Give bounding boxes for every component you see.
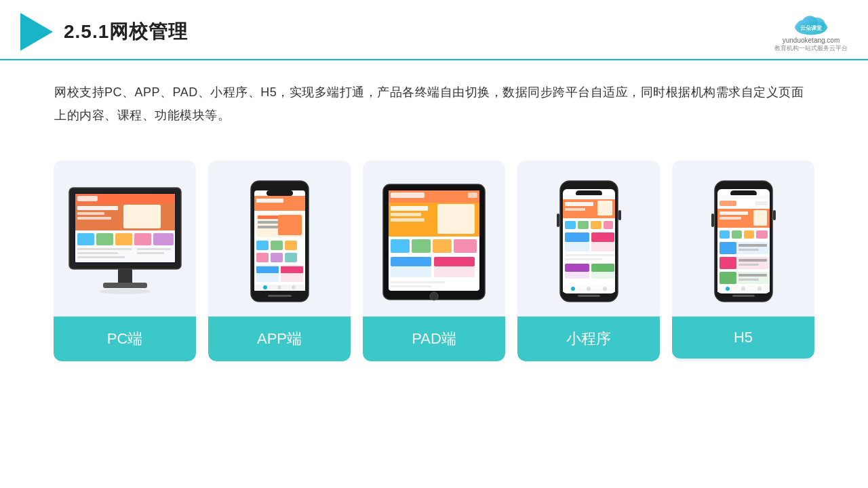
svg-rect-127 bbox=[738, 259, 767, 262]
svg-rect-32 bbox=[254, 196, 305, 211]
miniapp-card: 小程序 bbox=[517, 161, 660, 361]
svg-rect-26 bbox=[118, 269, 132, 284]
svg-rect-93 bbox=[565, 254, 614, 256]
brand-tagline: 教育机构一站式服务云平台 bbox=[774, 45, 848, 52]
svg-rect-23 bbox=[77, 256, 125, 258]
svg-rect-62 bbox=[391, 213, 421, 216]
svg-rect-128 bbox=[738, 264, 759, 266]
svg-rect-37 bbox=[258, 226, 281, 228]
header-right: 云朵课堂 yunduoketang.com 教育机构一站式服务云平台 bbox=[774, 12, 848, 52]
svg-text:云朵课堂: 云朵课堂 bbox=[800, 25, 823, 31]
svg-rect-131 bbox=[738, 274, 767, 277]
pc-label: PC端 bbox=[54, 317, 196, 361]
svg-rect-65 bbox=[391, 239, 410, 253]
svg-rect-40 bbox=[271, 241, 283, 250]
h5-image-area bbox=[672, 174, 814, 310]
svg-rect-43 bbox=[271, 253, 283, 262]
miniapp-phone-svg bbox=[557, 180, 621, 305]
svg-rect-117 bbox=[719, 230, 730, 239]
svg-rect-38 bbox=[278, 215, 302, 235]
svg-rect-119 bbox=[744, 230, 754, 239]
app-image-area bbox=[208, 174, 351, 310]
svg-rect-83 bbox=[565, 208, 585, 211]
svg-rect-25 bbox=[137, 252, 164, 254]
svg-rect-63 bbox=[391, 218, 425, 222]
svg-rect-90 bbox=[565, 232, 589, 242]
svg-rect-114 bbox=[719, 211, 748, 215]
svg-rect-42 bbox=[256, 253, 269, 262]
svg-rect-120 bbox=[756, 230, 768, 239]
svg-rect-88 bbox=[604, 221, 613, 229]
svg-rect-16 bbox=[77, 233, 94, 245]
pad-image-area bbox=[363, 174, 505, 310]
cloud-icon: 云朵课堂 bbox=[791, 12, 831, 37]
h5-phone-svg bbox=[711, 180, 776, 305]
svg-point-52 bbox=[292, 285, 296, 289]
svg-rect-17 bbox=[96, 233, 113, 245]
pc-image-area bbox=[54, 174, 196, 310]
svg-rect-76 bbox=[557, 214, 559, 227]
svg-point-136 bbox=[757, 287, 762, 291]
description-text: 网校支持PC、APP、PAD、小程序、H5，实现多端打通，产品各终端自由切换，数… bbox=[0, 60, 868, 134]
svg-point-50 bbox=[263, 285, 267, 289]
svg-rect-103 bbox=[578, 295, 600, 297]
svg-rect-109 bbox=[717, 195, 770, 199]
svg-rect-87 bbox=[591, 221, 601, 229]
svg-rect-96 bbox=[565, 264, 589, 272]
svg-rect-126 bbox=[719, 257, 736, 269]
brand-logo: 云朵课堂 yunduoketang.com 教育机构一站式服务云平台 bbox=[774, 12, 848, 52]
svg-point-102 bbox=[603, 287, 607, 291]
svg-point-101 bbox=[587, 287, 591, 291]
svg-rect-48 bbox=[281, 266, 303, 273]
svg-rect-61 bbox=[391, 206, 428, 211]
svg-rect-31 bbox=[267, 190, 293, 196]
svg-rect-47 bbox=[256, 266, 279, 273]
pad-tablet-svg bbox=[380, 181, 488, 303]
svg-rect-77 bbox=[618, 210, 621, 220]
svg-rect-85 bbox=[565, 221, 576, 229]
svg-rect-70 bbox=[391, 257, 431, 266]
svg-rect-12 bbox=[77, 206, 118, 210]
svg-rect-67 bbox=[433, 239, 452, 253]
svg-rect-122 bbox=[719, 242, 736, 254]
cards-section: PC端 bbox=[0, 140, 868, 382]
svg-rect-41 bbox=[285, 241, 297, 250]
svg-rect-27 bbox=[103, 283, 147, 288]
svg-rect-118 bbox=[732, 230, 742, 239]
svg-rect-39 bbox=[256, 241, 269, 250]
svg-rect-9 bbox=[77, 196, 98, 201]
svg-rect-13 bbox=[77, 212, 104, 215]
svg-point-56 bbox=[430, 292, 438, 300]
svg-rect-68 bbox=[454, 239, 477, 253]
svg-rect-123 bbox=[738, 244, 767, 247]
svg-rect-112 bbox=[755, 201, 768, 205]
svg-rect-105 bbox=[711, 214, 714, 227]
svg-rect-132 bbox=[738, 279, 759, 281]
svg-rect-82 bbox=[565, 202, 593, 206]
svg-rect-73 bbox=[391, 281, 445, 283]
svg-rect-14 bbox=[77, 217, 111, 220]
svg-rect-36 bbox=[258, 221, 278, 224]
h5-card: H5 bbox=[672, 161, 814, 361]
svg-rect-44 bbox=[285, 253, 297, 262]
svg-rect-92 bbox=[591, 232, 614, 242]
svg-rect-115 bbox=[719, 217, 741, 220]
svg-rect-64 bbox=[437, 204, 475, 234]
svg-point-28 bbox=[99, 289, 151, 294]
page-title: 2.5.1网校管理 bbox=[64, 19, 188, 45]
svg-rect-116 bbox=[753, 210, 767, 226]
svg-rect-19 bbox=[134, 233, 151, 245]
svg-point-51 bbox=[277, 285, 281, 289]
svg-rect-106 bbox=[773, 210, 776, 220]
svg-rect-24 bbox=[137, 248, 171, 250]
svg-rect-130 bbox=[719, 272, 736, 284]
svg-point-134 bbox=[726, 287, 730, 291]
h5-label: H5 bbox=[672, 317, 814, 359]
pc-card: PC端 bbox=[54, 161, 196, 361]
svg-rect-111 bbox=[719, 201, 736, 206]
app-card: APP端 bbox=[208, 161, 351, 361]
pad-label: PAD端 bbox=[363, 317, 505, 361]
app-phone-svg bbox=[248, 180, 312, 305]
pad-card: PAD端 bbox=[363, 161, 505, 361]
svg-rect-94 bbox=[565, 258, 602, 260]
